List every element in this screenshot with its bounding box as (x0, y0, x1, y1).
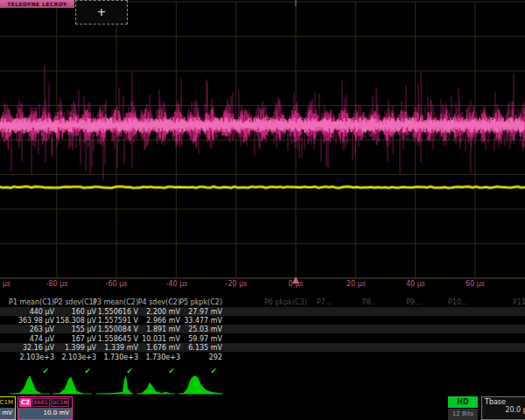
param-value: 1.550084 V (98, 326, 138, 333)
histicon-p3[interactable] (96, 375, 133, 394)
time-label-6: 20 µs (346, 280, 366, 288)
param-value: 2.200 mV (146, 308, 180, 316)
c2-waveform[interactable] (0, 66, 524, 179)
param-value: 1.891 mV (146, 326, 180, 333)
oscilloscope-screen: TELEDYNE LECROY -100 µs-80 µs-60 µs-40 µ… (0, 0, 525, 420)
param-value: 6.135 mV (188, 344, 222, 352)
c1-scale-value: 10.0 mV (0, 408, 15, 419)
param-value: 363.98 µV (18, 317, 54, 325)
time-label-0: -100 µs (0, 280, 10, 288)
histicon-p4[interactable] (136, 382, 175, 394)
param-value: 474 µV (30, 335, 54, 343)
param-value: 160 µV (72, 308, 96, 316)
timebase-descriptor[interactable]: Tbase 20.0 µs (481, 396, 525, 420)
param-value: 1.730e+3 (145, 354, 180, 361)
param-value: 1.339 mV (104, 344, 138, 352)
lecroy-logo: TELEDYNE LECROY (0, 0, 74, 8)
time-label-8: 60 µs (466, 280, 485, 288)
c2-eres-tag: ERES (32, 398, 50, 407)
hd-bits-label: 12 Bits (448, 409, 478, 420)
param-header-p4[interactable]: P4 sdev(C2) (138, 298, 180, 306)
c1-coupling-label: DC1M (0, 397, 15, 408)
c2-channel-badge: C2 (19, 398, 32, 407)
c1-waveform[interactable] (0, 186, 525, 188)
channel-c2-descriptor[interactable]: C2 ERES DC1M 10.0 mV (18, 396, 73, 420)
param-header-inactive[interactable]: P11 (513, 298, 525, 306)
timebase-value: 20.0 µs (482, 406, 525, 414)
param-value: 263 µV (30, 326, 54, 333)
param-value: 32.16 µV (23, 344, 54, 352)
graticule (0, 0, 525, 294)
param-value: 1.550616 V (98, 308, 138, 316)
param-value: 292 (209, 354, 222, 361)
histicon-p1[interactable] (10, 375, 50, 394)
param-value: 1.558645 V (98, 335, 138, 343)
param-value: 1.557591 V (98, 317, 138, 325)
time-label-7: 40 µs (406, 280, 425, 288)
param-value: 155 µV (72, 326, 96, 333)
param-value: 1.399 µV (65, 344, 96, 352)
param-value: 10.031 mV (142, 335, 180, 343)
param-value: 2.103e+3 (19, 354, 54, 361)
param-header-inactive[interactable]: P10... (448, 298, 468, 306)
param-value: 2.966 mV (146, 317, 180, 325)
add-trace-button[interactable]: + (75, 0, 128, 24)
param-header-p5[interactable]: P5 pkpk(C2) (179, 298, 222, 306)
histicon-p2[interactable] (52, 376, 92, 394)
c2-scale-value: 10.0 mV (18, 408, 72, 419)
time-label-3: -40 µs (166, 280, 188, 288)
param-header-p3[interactable]: P3 mean(C2) (93, 298, 138, 306)
time-label-1: -80 µs (46, 280, 68, 288)
param-header-p2[interactable]: P2 sdev(C1) (54, 298, 96, 306)
histicon-p5[interactable] (178, 375, 223, 394)
time-label-5: 0 µs (289, 280, 304, 288)
param-header-inactive[interactable]: P9... (406, 298, 422, 306)
param-header-inactive[interactable]: P8... (362, 298, 378, 306)
time-label-4: -20 µs (226, 280, 248, 288)
param-value: 440 µV (30, 308, 54, 316)
param-header-inactive[interactable]: P6 pkpk(C3) (264, 298, 307, 306)
timebase-label: Tbase (482, 397, 525, 406)
histicons[interactable] (0, 374, 525, 401)
param-value: 158.308 µV (56, 317, 96, 325)
param-value: 25.03 mV (188, 326, 222, 333)
param-value: 2.103e+3 (61, 354, 96, 361)
param-value: 167 µV (72, 335, 96, 343)
param-value: 59.97 mV (188, 335, 222, 343)
param-value: 1.730e+3 (103, 354, 138, 361)
param-header-p1[interactable]: P1 mean(C1) (9, 298, 54, 306)
param-value: 33.477 mV (184, 317, 222, 325)
c2-coupling-tag: DC1M (51, 398, 70, 407)
param-value: 27.97 mV (188, 308, 222, 316)
param-header-inactive[interactable]: P7... (317, 298, 332, 306)
time-label-2: -60 µs (106, 280, 128, 288)
param-value: 1.676 mV (146, 344, 180, 352)
hd-mode-badge: HD (448, 396, 478, 408)
channel-c1-descriptor[interactable]: DC1M 10.0 mV (0, 396, 16, 420)
